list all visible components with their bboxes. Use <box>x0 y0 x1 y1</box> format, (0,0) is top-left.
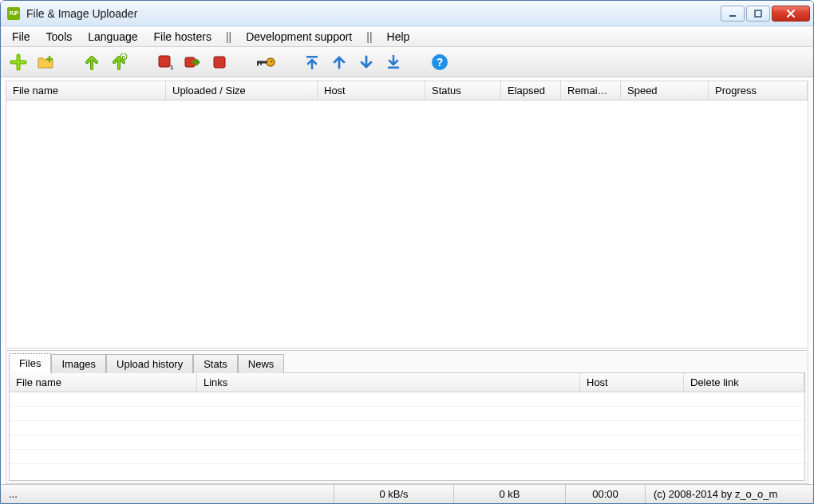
files-header: File name Links Host Delete link <box>10 373 804 392</box>
stop-button[interactable] <box>208 51 231 73</box>
menu-language[interactable]: Language <box>80 28 145 45</box>
move-top-icon <box>304 54 320 70</box>
tab-upload-history[interactable]: Upload history <box>106 354 193 373</box>
remove-button[interactable]: 1 <box>154 51 176 73</box>
menu-tools[interactable]: Tools <box>38 28 81 45</box>
col-status[interactable]: Status <box>425 81 501 100</box>
col-progress[interactable]: Progress <box>709 81 808 100</box>
window-controls <box>721 6 812 22</box>
queue-body[interactable] <box>6 100 808 348</box>
tab-files[interactable]: Files <box>9 353 51 373</box>
status-size: 0 kB <box>454 485 566 503</box>
statusbar: ... 0 kB/s 0 kB 00:00 (c) 2008-2014 by z… <box>1 484 813 503</box>
move-bottom-icon <box>385 54 401 70</box>
menubar: File Tools Language File hosters || Deve… <box>1 26 813 47</box>
table-row <box>10 435 804 450</box>
retry-button[interactable] <box>181 51 204 73</box>
upload-queue-panel: File name Uploaded / Size Host Status El… <box>6 81 808 348</box>
folder-plus-icon <box>37 53 54 71</box>
col-elapsed[interactable]: Elapsed <box>501 81 561 100</box>
col-remaining[interactable]: Remai… <box>561 81 621 100</box>
col-host[interactable]: Host <box>580 373 684 392</box>
window-title: File & Image Uploader <box>26 7 721 20</box>
col-delete-link[interactable]: Delete link <box>684 373 804 392</box>
arrow-up-icon <box>83 53 101 71</box>
move-up-button[interactable] <box>328 51 350 73</box>
table-row <box>10 407 804 421</box>
svg-point-9 <box>270 60 272 62</box>
arrow-up-badge-icon: R <box>110 53 128 71</box>
files-body[interactable] <box>10 392 804 480</box>
titlebar[interactable]: FUP File & Image Uploader <box>1 1 813 26</box>
plus-icon <box>10 53 27 71</box>
main-area: File name Uploaded / Size Host Status El… <box>1 77 813 484</box>
tab-stats[interactable]: Stats <box>193 354 238 373</box>
svg-rect-12 <box>260 61 262 65</box>
tab-images[interactable]: Images <box>51 354 106 373</box>
svg-rect-13 <box>306 56 318 58</box>
col-uploaded-size[interactable]: Uploaded / Size <box>166 81 318 100</box>
account-button[interactable] <box>255 51 277 73</box>
table-row <box>10 421 804 435</box>
svg-rect-4 <box>159 56 170 67</box>
table-row <box>10 392 804 407</box>
status-time: 00:00 <box>566 485 646 503</box>
col-speed[interactable]: Speed <box>621 81 709 100</box>
svg-rect-1 <box>755 10 761 17</box>
menu-filehosters[interactable]: File hosters <box>146 28 219 45</box>
svg-text:?: ? <box>437 56 444 69</box>
status-copyright: (c) 2008-2014 by z_o_o_m <box>646 485 813 503</box>
app-icon: FUP <box>7 7 20 20</box>
col-filename[interactable]: File name <box>6 81 166 100</box>
help-button[interactable]: ? <box>429 51 451 73</box>
stop-icon <box>211 53 228 71</box>
svg-rect-11 <box>257 61 259 65</box>
key-icon <box>255 55 276 69</box>
status-message: ... <box>1 485 334 503</box>
col-filename[interactable]: File name <box>10 373 197 392</box>
col-links[interactable]: Links <box>197 373 580 392</box>
maximize-button[interactable] <box>746 6 770 22</box>
add-button[interactable] <box>7 51 30 73</box>
svg-rect-7 <box>214 57 225 68</box>
app-window: FUP File & Image Uploader File Tools Lan… <box>0 0 814 504</box>
lower-panel: Files Images Upload history Stats News F… <box>6 350 808 484</box>
tabstrip: Files Images Upload history Stats News <box>9 353 805 372</box>
status-speed: 0 kB/s <box>334 485 454 503</box>
menu-separator: || <box>360 30 378 43</box>
add-folder-button[interactable] <box>34 51 57 73</box>
move-down-button[interactable] <box>355 51 377 73</box>
tab-news[interactable]: News <box>238 354 285 373</box>
svg-text:R: R <box>122 55 126 60</box>
close-button[interactable] <box>772 6 810 22</box>
upload-all-button[interactable]: R <box>108 51 130 73</box>
table-row <box>10 450 804 464</box>
tab-content: File name Links Host Delete link <box>9 372 805 481</box>
col-host[interactable]: Host <box>318 81 425 100</box>
minimize-button[interactable] <box>721 6 745 22</box>
svg-rect-0 <box>729 15 736 17</box>
toolbar: R 1 ? <box>1 47 813 77</box>
move-bottom-button[interactable] <box>382 51 405 73</box>
menu-help[interactable]: Help <box>379 28 418 45</box>
svg-text:1: 1 <box>170 64 174 71</box>
upload-button[interactable] <box>81 51 103 73</box>
menu-separator: || <box>219 30 238 43</box>
retry-icon <box>184 53 201 71</box>
move-down-icon <box>358 54 374 70</box>
menu-dev-support[interactable]: Development support <box>238 28 360 45</box>
queue-header: File name Uploaded / Size Host Status El… <box>6 81 808 100</box>
menu-file[interactable]: File <box>4 28 38 45</box>
move-top-button[interactable] <box>301 51 323 73</box>
svg-rect-14 <box>388 66 399 69</box>
help-icon: ? <box>431 53 448 71</box>
move-up-icon <box>331 54 347 70</box>
stop-one-icon: 1 <box>156 53 174 71</box>
